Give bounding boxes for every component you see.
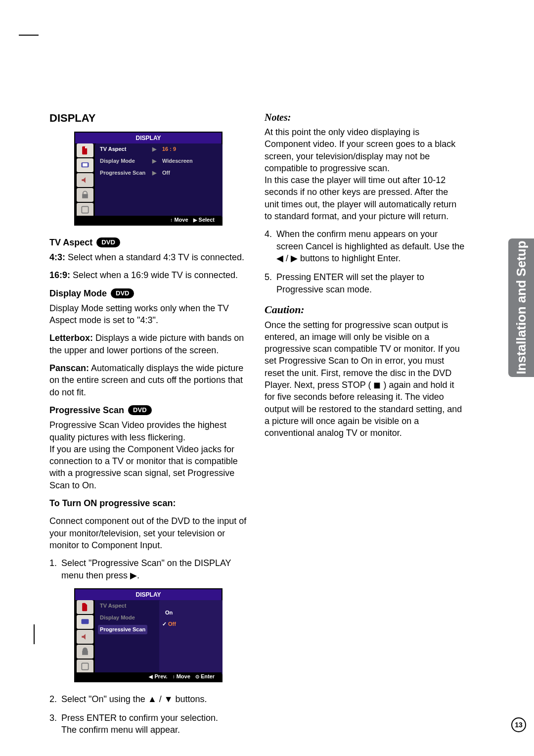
subhead-displaymode: Display Mode DVD: [49, 287, 250, 299]
misc-tab-icon: [77, 660, 93, 673]
svg-rect-2: [82, 206, 88, 213]
heading-caution: Caution:: [265, 302, 465, 317]
osd2-panel: TV Aspect Display Mode Progressive Scan …: [95, 600, 222, 674]
osd2-footer: ◀ Prev. ↕ Move ⊙ Enter: [75, 672, 222, 681]
language-tab-icon: [77, 600, 93, 614]
audio-tab-icon: [77, 630, 93, 644]
page-content: DISPLAY DISPLAY TV Aspect ▶ 16 : 9: [49, 111, 465, 625]
osd2-sub-off: ✓ Off: [159, 618, 222, 630]
step-3: 3.Press ENTER to confirm your selection.…: [49, 712, 250, 736]
dvd-badge: DVD: [128, 405, 151, 415]
osd2-submenu: On ✓ Off: [159, 600, 222, 673]
step-2: 2.Select "On" using the ▲ / ▼ buttons.: [49, 693, 250, 705]
display-tab-icon: [77, 615, 93, 629]
p-notes1: At this point the only video displaying …: [265, 126, 465, 174]
section-tab-label: Installation and Setup: [512, 241, 530, 375]
step-5: 5.Pressing ENTER will set the player to …: [265, 271, 465, 295]
dvd-badge: DVD: [111, 288, 134, 298]
osd1-row-displaymode: Display Mode ▶ Widescreen: [95, 155, 222, 167]
step-4: 4.When the confirm menu appears on your …: [265, 228, 465, 264]
osd1-footer: ↕ Move ▶ Select: [75, 216, 222, 225]
language-tab-icon: [77, 143, 93, 157]
osd2-title: DISPLAY: [75, 589, 222, 600]
osd1-row-progressive: Progressive Scan ▶ Off: [95, 167, 222, 179]
svg-rect-4: [82, 663, 88, 669]
p-letterbox: Letterbox: Displays a wide picture with …: [49, 332, 250, 356]
osd1-row-tvaspect: TV Aspect ▶ 16 : 9: [95, 143, 222, 155]
p-prog1: Progressive Scan Video provides the high…: [49, 419, 250, 443]
svg-rect-3: [82, 619, 89, 624]
display-tab-icon: [77, 158, 93, 172]
subhead-tvaspect: TV Aspect DVD: [49, 236, 250, 248]
osd2-sidebar: [75, 600, 95, 674]
osd2-sub-on: On: [159, 607, 222, 618]
osd-screenshot-2: DISPLAY TV Aspect Display Mode Progressi…: [74, 588, 222, 682]
subhead-progressive: Progressive Scan DVD: [49, 404, 250, 416]
p-notes2: In this case the player will time out af…: [265, 174, 465, 222]
osd-screenshot-1: DISPLAY TV Aspect ▶ 16 : 9 Dis: [74, 132, 222, 226]
svg-rect-1: [83, 163, 88, 167]
p-connect: Connect component out of the DVD to the …: [49, 515, 250, 551]
p-43: 4:3: Select when a standard 4:3 TV is co…: [49, 251, 250, 263]
right-column: Notes: At this point the only video disp…: [265, 111, 465, 625]
crop-mark: [19, 35, 39, 36]
section-tab: Installation and Setup: [508, 238, 534, 377]
p-dispmode: Display Mode setting works only when the…: [49, 302, 250, 327]
subhead-turnon: To Turn ON progressive scan:: [49, 497, 250, 509]
p-panscan: Panscan: Automatically displays the wide…: [49, 362, 250, 398]
osd1-title: DISPLAY: [75, 133, 222, 143]
page-number-value: 13: [515, 720, 523, 730]
heading-display: DISPLAY: [49, 111, 250, 126]
misc-tab-icon: [77, 203, 93, 217]
lock-tab-icon: [77, 188, 93, 202]
osd1-panel: TV Aspect ▶ 16 : 9 Display Mode ▶ Widesc…: [95, 143, 222, 218]
audio-tab-icon: [77, 173, 93, 187]
crop-mark: [34, 624, 35, 644]
page-number: 13: [511, 717, 528, 734]
lock-tab-icon: [77, 645, 93, 659]
step-1: 1.Select "Progressive Scan" on the DISPL…: [49, 557, 250, 581]
p-169: 16:9: Select when a 16:9 wide TV is conn…: [49, 269, 250, 281]
dvd-badge: DVD: [96, 237, 120, 247]
heading-notes: Notes:: [265, 111, 465, 124]
left-column: DISPLAY DISPLAY TV Aspect ▶ 16 : 9: [49, 111, 250, 625]
p-prog2: If you are using the Component Video jac…: [49, 443, 250, 491]
p-caution: Once the setting for progressive scan ou…: [265, 319, 465, 439]
osd1-sidebar: [75, 143, 95, 218]
